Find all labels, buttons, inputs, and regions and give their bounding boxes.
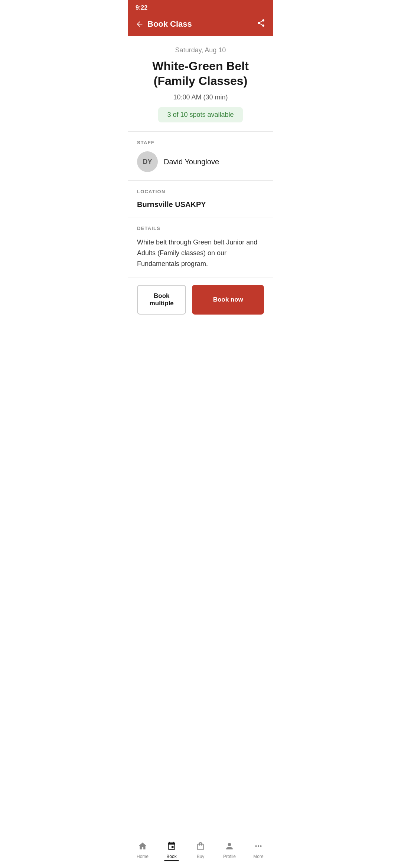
share-icon <box>257 19 265 27</box>
location-section: LOCATION Burnsville USAKPY <box>128 181 273 217</box>
class-date: Saturday, Aug 10 <box>136 46 265 54</box>
status-bar: 9:22 <box>128 0 273 14</box>
staff-section-label: STAFF <box>137 140 264 145</box>
class-time: 10:00 AM (30 min) <box>136 93 265 101</box>
staff-row: DY David Younglove <box>137 151 264 172</box>
share-button[interactable] <box>257 19 265 29</box>
class-info-section: Saturday, Aug 10 White-Green Belt (Famil… <box>128 36 273 132</box>
back-button[interactable] <box>136 20 144 28</box>
staff-avatar: DY <box>137 151 158 172</box>
book-now-button[interactable]: Book now <box>192 285 264 315</box>
location-section-label: LOCATION <box>137 189 264 194</box>
details-text: White belt through Green belt Junior and… <box>137 237 264 269</box>
details-section: DETAILS White belt through Green belt Ju… <box>128 217 273 277</box>
location-name: Burnsville USAKPY <box>137 200 264 209</box>
main-content: Saturday, Aug 10 White-Green Belt (Famil… <box>128 36 273 361</box>
book-multiple-button[interactable]: Book multiple <box>137 285 186 315</box>
page-title: Book Class <box>147 19 192 29</box>
details-section-label: DETAILS <box>137 226 264 231</box>
spots-badge: 3 of 10 spots available <box>158 107 242 122</box>
staff-name: David Younglove <box>164 158 219 166</box>
staff-section: STAFF DY David Younglove <box>128 132 273 181</box>
class-name: White-Green Belt (Family Classes) <box>136 59 265 88</box>
header-left: Book Class <box>136 19 192 29</box>
header: Book Class <box>128 14 273 36</box>
staff-initials: DY <box>143 158 152 166</box>
back-icon <box>136 20 144 28</box>
booking-buttons: Book multiple Book now <box>128 277 273 323</box>
status-time: 9:22 <box>136 4 147 11</box>
